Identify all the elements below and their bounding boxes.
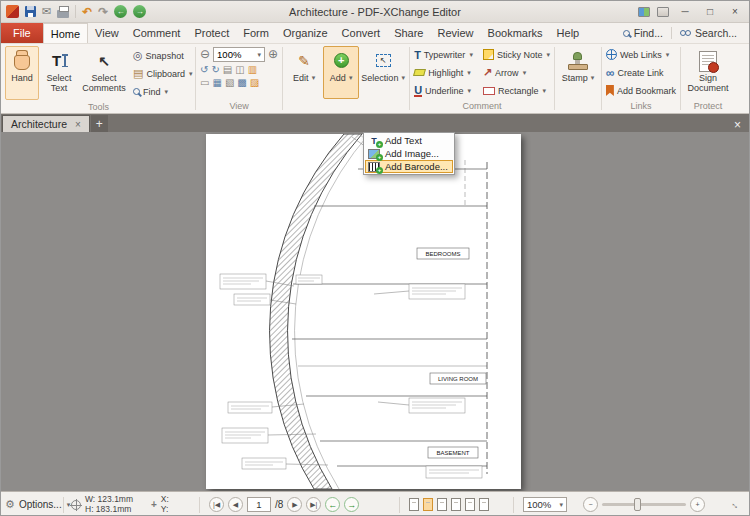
search-button[interactable]: Search... xyxy=(674,23,743,43)
divider xyxy=(554,47,555,110)
hand-tool-button[interactable]: Hand xyxy=(5,46,39,100)
previous-page-button[interactable]: ◀ xyxy=(228,497,243,512)
zoom-in-button[interactable]: + xyxy=(690,497,705,512)
highlight-button[interactable]: Highlight ▾ xyxy=(411,64,476,81)
next-page-button[interactable]: ▶ xyxy=(287,497,302,512)
sign-document-button[interactable]: Sign Document xyxy=(684,46,732,99)
previous-view-button[interactable]: ← xyxy=(325,497,340,512)
print-icon[interactable] xyxy=(57,10,69,18)
session-icon[interactable] xyxy=(657,7,669,17)
edit-button[interactable]: ✎ Edit▾ xyxy=(286,46,322,99)
find-button[interactable]: Find... xyxy=(617,23,669,43)
page-number-input[interactable]: 1 xyxy=(247,497,271,512)
new-tab-button[interactable]: + xyxy=(91,115,108,132)
pdf-page[interactable]: BEDROOMS LIVING ROOM BASEMENT xyxy=(206,134,521,489)
selection-button[interactable]: ↖ Selection▾ xyxy=(360,46,406,99)
divider xyxy=(75,5,76,18)
tab-file[interactable]: File xyxy=(1,23,43,43)
find-tool-button[interactable]: Find ▾ xyxy=(130,83,192,100)
page-layout-button[interactable] xyxy=(409,498,419,511)
divider xyxy=(680,47,681,110)
email-icon[interactable]: ✉ xyxy=(42,6,51,17)
tab-bookmarks[interactable]: Bookmarks xyxy=(481,23,550,43)
zoom-level-select[interactable]: 100% ▾ xyxy=(523,497,567,512)
previous-view-icon[interactable]: ← xyxy=(114,5,127,18)
arrow-button[interactable]: ↗ Arrow ▾ xyxy=(480,64,553,81)
tab-form[interactable]: Form xyxy=(236,23,276,43)
last-page-button[interactable]: ▶| xyxy=(306,497,321,512)
close-document-button[interactable]: × xyxy=(726,118,749,132)
underline-button[interactable]: U Underline ▾ xyxy=(411,83,476,100)
layout-icon[interactable]: ▧ xyxy=(225,77,234,88)
undo-icon[interactable]: ↶ xyxy=(82,6,92,18)
axes-icon: + xyxy=(151,499,157,510)
ribbon-group-comment: T Typewriter ▾ Sticky Note ▾ Highlight ▾… xyxy=(411,45,553,112)
add-button[interactable]: + Add▾ xyxy=(323,46,359,99)
tab-review[interactable]: Review xyxy=(430,23,480,43)
web-links-button[interactable]: Web Links ▾ xyxy=(603,46,679,63)
rotate-cw-icon[interactable]: ↻ xyxy=(211,64,219,75)
zoom-level-select[interactable]: 100%▾ xyxy=(213,47,265,62)
zoom-slider[interactable] xyxy=(602,503,686,506)
fullscreen-icon[interactable]: ↔ xyxy=(729,497,744,512)
page-layout-button[interactable] xyxy=(451,498,461,511)
room-label-living-room: LIVING ROOM xyxy=(438,376,478,382)
page-layout-button[interactable] xyxy=(437,498,447,511)
tab-share[interactable]: Share xyxy=(387,23,430,43)
tab-view[interactable]: View xyxy=(88,23,126,43)
next-view-button[interactable]: → xyxy=(344,497,359,512)
page-layout-button[interactable] xyxy=(465,498,475,511)
tab-help[interactable]: Help xyxy=(550,23,587,43)
sticky-note-button[interactable]: Sticky Note ▾ xyxy=(480,46,553,63)
page-layout-group xyxy=(409,492,489,516)
tab-protect[interactable]: Protect xyxy=(187,23,236,43)
dropdown-arrow-icon: ▾ xyxy=(469,51,473,59)
clipboard-button[interactable]: ▤ Clipboard ▾ xyxy=(130,65,192,82)
layout-icon[interactable]: ▭ xyxy=(200,77,209,88)
two-page-view-icon[interactable]: ◫ xyxy=(235,64,244,75)
rectangle-button[interactable]: Rectangle ▾ xyxy=(480,83,553,100)
dropdown-arrow-icon: ▾ xyxy=(546,51,550,59)
select-comments-button[interactable]: ↖ Select Comments xyxy=(79,46,129,100)
minimize-button[interactable]: ─ xyxy=(676,6,694,17)
layout-icon[interactable]: ▩ xyxy=(237,77,246,88)
tab-comment[interactable]: Comment xyxy=(126,23,188,43)
rotate-ccw-icon[interactable]: ↺ xyxy=(200,64,208,75)
options-button[interactable]: ⚙ Options... ▾ xyxy=(5,492,70,516)
menu-item-add-text[interactable]: T+ Add Text xyxy=(365,134,453,147)
binoculars-icon xyxy=(680,30,691,36)
save-icon[interactable] xyxy=(25,6,36,17)
tab-close-icon[interactable]: × xyxy=(75,119,81,130)
page-view-icon[interactable]: ▤ xyxy=(223,64,232,75)
redo-icon[interactable]: ↷ xyxy=(98,6,108,18)
tab-convert[interactable]: Convert xyxy=(335,23,388,43)
page-layout-button[interactable] xyxy=(423,498,433,511)
dropdown-arrow-icon: ▾ xyxy=(401,73,405,83)
add-bookmark-button[interactable]: Add Bookmark xyxy=(603,82,679,99)
close-button[interactable]: × xyxy=(726,6,744,17)
zoom-out-icon[interactable]: ⊖ xyxy=(200,48,210,61)
fit-width-icon[interactable]: ▥ xyxy=(248,64,257,75)
switch-ui-icon[interactable] xyxy=(638,7,650,17)
first-page-button[interactable]: |◀ xyxy=(209,497,224,512)
next-view-icon[interactable]: → xyxy=(133,5,146,18)
typewriter-button[interactable]: T Typewriter ▾ xyxy=(411,46,476,63)
select-text-button[interactable]: T Select Text xyxy=(40,46,78,100)
tab-organize[interactable]: Organize xyxy=(276,23,335,43)
arrow-icon: ↗ xyxy=(483,66,492,79)
page-layout-button[interactable] xyxy=(479,498,489,511)
maximize-button[interactable]: □ xyxy=(701,6,719,17)
menu-item-add-barcode[interactable]: + Add Barcode... xyxy=(365,160,453,173)
snapshot-button[interactable]: ◎ Snapshot xyxy=(130,47,192,64)
zoom-slider-thumb[interactable] xyxy=(634,498,641,511)
stamp-button[interactable]: Stamp▾ xyxy=(558,46,598,99)
zoom-in-icon[interactable]: ⊕ xyxy=(268,48,278,61)
pan-icon[interactable]: ▨ xyxy=(250,77,259,88)
zoom-out-button[interactable]: − xyxy=(583,497,598,512)
menu-item-add-image[interactable]: + Add Image... xyxy=(365,147,453,160)
document-tab-architecture[interactable]: Architecture × xyxy=(2,115,90,132)
create-link-button[interactable]: ∞ Create Link xyxy=(603,64,679,81)
tab-home[interactable]: Home xyxy=(43,23,88,43)
page-navigation: |◀ ◀ 1 /8 ▶ ▶| ← → xyxy=(209,492,359,516)
layout-icon[interactable]: ▦ xyxy=(212,77,221,88)
